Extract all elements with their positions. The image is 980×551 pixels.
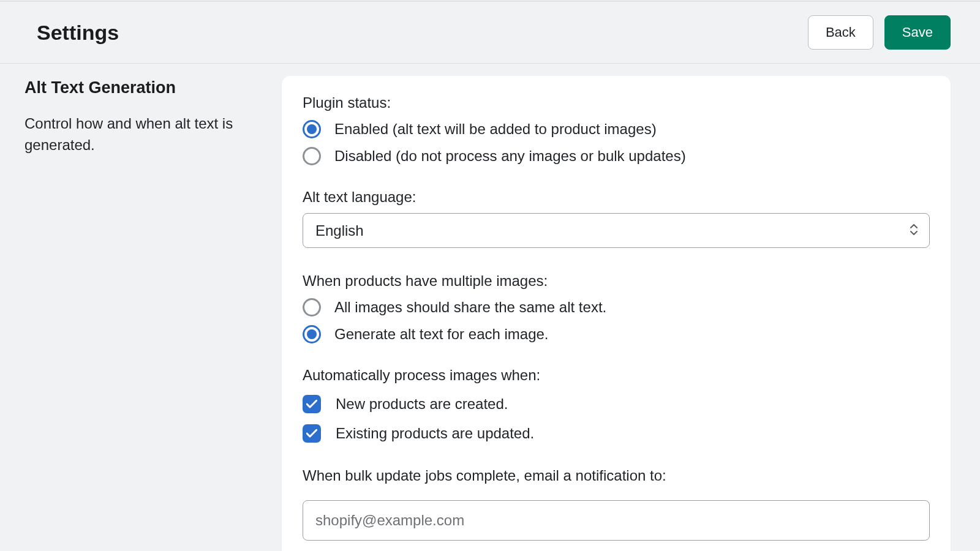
header-buttons: Back Save [808,15,951,50]
back-button[interactable]: Back [808,15,873,50]
plugin-status-disabled-radio[interactable]: Disabled (do not process any images or b… [303,147,930,165]
plugin-status-enabled-radio[interactable]: Enabled (alt text will be added to produ… [303,120,930,138]
settings-card: Plugin status: Enabled (alt text will be… [282,76,951,551]
multiple-images-share-radio[interactable]: All images should share the same alt tex… [303,298,930,317]
language-select[interactable]: English [303,213,930,248]
radio-label: Enabled (alt text will be added to produ… [334,121,657,138]
radio-icon [303,120,321,138]
radio-label: Disabled (do not process any images or b… [334,148,686,165]
plugin-status-group: Plugin status: Enabled (alt text will be… [303,94,930,165]
radio-label: Generate alt text for each image. [334,326,549,343]
checkbox-icon [303,424,321,443]
checkbox-label: New products are created. [336,395,508,413]
language-select-wrapper: English [303,213,930,248]
multiple-images-each-radio[interactable]: Generate alt text for each image. [303,325,930,343]
section-heading: Alt Text Generation [24,78,270,97]
radio-icon [303,325,321,343]
auto-process-label: Automatically process images when: [303,367,930,384]
checkbox-label: Existing products are updated. [336,425,534,442]
content-area: Alt Text Generation Control how and when… [0,64,980,551]
radio-icon [303,298,321,317]
radio-label: All images should share the same alt tex… [334,299,606,316]
auto-process-updated-checkbox[interactable]: Existing products are updated. [303,424,930,443]
checkbox-icon [303,395,321,413]
save-button[interactable]: Save [884,15,951,50]
notification-email-input[interactable] [303,500,930,541]
page-header: Settings Back Save [0,2,980,64]
section-description: Control how and when alt text is generat… [24,113,270,156]
notification-label: When bulk update jobs complete, email a … [303,467,930,484]
multiple-images-group: When products have multiple images: All … [303,272,930,343]
page-title: Settings [37,21,119,45]
language-label: Alt text language: [303,189,930,206]
auto-process-group: New products are created. Existing produ… [303,395,930,443]
auto-process-new-checkbox[interactable]: New products are created. [303,395,930,413]
section-sidebar: Alt Text Generation Control how and when… [24,76,270,551]
radio-icon [303,147,321,165]
plugin-status-label: Plugin status: [303,94,930,111]
multiple-images-label: When products have multiple images: [303,272,930,290]
